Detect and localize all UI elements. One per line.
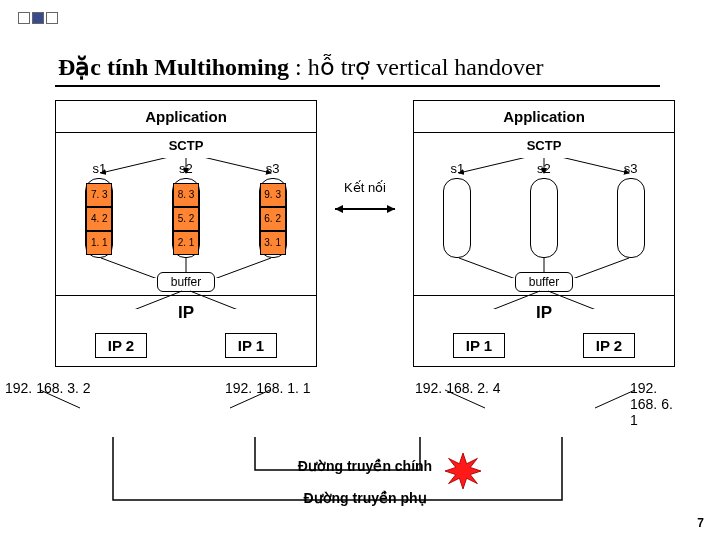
right-ip1: IP 1: [453, 333, 505, 358]
left-endpoint: Application SCTP s1 7. 3 4. 2 1. 1 s2 8.…: [55, 100, 317, 367]
page-title: Đặc tính Multihoming : hỗ trợ vertical h…: [58, 53, 544, 81]
connect-row: Kết nối: [55, 180, 675, 217]
left-ip1: IP 1: [225, 333, 277, 358]
left-ip2: IP 2: [95, 333, 147, 358]
left-buffer: buffer: [56, 269, 316, 295]
right-ip-addr-2: 192. 168. 6. 1: [630, 380, 675, 428]
backup-path-label: Đường truyền phụ: [55, 490, 675, 506]
left-application: Application: [56, 101, 316, 132]
title-underline: [55, 85, 660, 87]
left-ip-addr-1: 192. 168. 3. 2: [5, 380, 91, 396]
page-number: 7: [697, 516, 704, 530]
right-endpoint: Application SCTP s1 s2 s3 buffer IP: [413, 100, 675, 367]
right-buffer: buffer: [414, 269, 674, 295]
main-path-label: Đường truyền chính: [55, 458, 675, 474]
explosion-icon: [445, 453, 481, 489]
corner-decoration: [18, 12, 58, 24]
right-application: Application: [414, 101, 674, 132]
svg-line-19: [595, 390, 635, 408]
left-ip: IP: [56, 296, 316, 330]
right-ip-addr-1: 192. 168. 2. 4: [415, 380, 501, 396]
left-sctp: SCTP: [56, 133, 316, 158]
svg-marker-20: [445, 453, 481, 489]
left-ip-addr-2: 192. 168. 1. 1: [225, 380, 311, 396]
right-ip2: IP 2: [583, 333, 635, 358]
right-ip: IP: [414, 296, 674, 330]
right-sctp: SCTP: [414, 133, 674, 158]
